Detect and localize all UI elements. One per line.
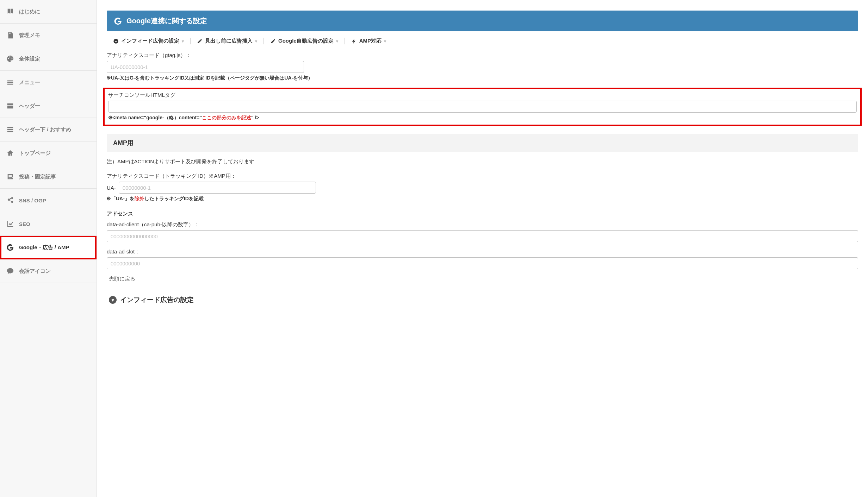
sidebar-label: ヘッダー下 / おすすめ (19, 126, 71, 133)
searchconsole-note: ※<meta name="google-（略）content="ここの部分のみを… (108, 115, 857, 121)
sidebar-item-chat-icon[interactable]: 会話アイコン (0, 259, 97, 283)
header-icon (6, 102, 14, 110)
analytics-code-input[interactable] (107, 61, 304, 73)
chevron-down-icon: ▾ (255, 39, 257, 44)
header-below-icon (6, 126, 14, 133)
ad-slot-input[interactable] (107, 257, 858, 269)
google-icon (6, 244, 14, 251)
pencil-icon (270, 38, 276, 44)
amp-analytics-input[interactable] (119, 182, 316, 194)
sidebar-label: SNS / OGP (19, 197, 46, 203)
chevron-down-icon: ▾ (336, 39, 338, 44)
settings-sidebar: はじめに 管理メモ 全体設定 メニュー ヘッダー ヘッダー下 / おすすめ トッ… (0, 0, 97, 497)
menu-icon (6, 78, 14, 86)
sidebar-label: ヘッダー (19, 103, 40, 109)
analytics-field-group: アナリティクスコード（gtag.js）： ※UA-又はG-を含むトラッキングID… (107, 52, 858, 81)
search-console-input[interactable] (108, 101, 857, 113)
sidebar-item-top[interactable]: トップページ (0, 141, 97, 165)
sidebar-label: 管理メモ (19, 32, 40, 39)
main-content: Google連携に関する設定 インフィード広告の設定 ▾ 見出し前に広告挿入 ▾… (97, 0, 868, 497)
chart-icon (6, 220, 14, 228)
anchor-heading-ad[interactable]: 見出し前に広告挿入 ▾ (190, 38, 264, 44)
circle-down-icon (113, 38, 119, 44)
sidebar-item-google-ad-amp[interactable]: Google・広告 / AMP (0, 236, 97, 259)
sidebar-label: 全体設定 (19, 56, 40, 62)
search-console-highlight: サーチコンソールHTMLタグ ※<meta name="google-（略）co… (103, 88, 862, 126)
sidebar-label: トップページ (19, 150, 51, 157)
ua-prefix: UA- (107, 185, 116, 191)
chevron-down-icon: ▾ (182, 39, 184, 44)
svg-point-0 (113, 39, 118, 43)
share-icon (6, 196, 14, 204)
google-icon (114, 17, 122, 25)
amp-section-heading: AMP用 (107, 134, 858, 152)
analytics-note: ※UA-又はG-を含むトラッキングID又は測定 IDを記載（ページタグが無い場合… (107, 75, 858, 81)
sidebar-item-post[interactable]: 投稿・固定記事 (0, 165, 97, 189)
sidebar-item-menu[interactable]: メニュー (0, 71, 97, 94)
book-icon (6, 8, 14, 15)
sidebar-item-memo[interactable]: 管理メモ (0, 24, 97, 47)
post-icon (6, 173, 14, 181)
sidebar-label: SEO (19, 221, 30, 227)
home-icon (6, 149, 14, 157)
pencil-icon (197, 38, 203, 44)
amp-notice: 注）AMPはACTIONよりサポート及び開発を終了しております (107, 158, 858, 165)
ad-client-input[interactable] (107, 230, 858, 242)
anchor-amp[interactable]: AMP対応 ▾ (345, 38, 392, 44)
circle-down-icon: ▾ (109, 296, 117, 304)
sidebar-label: 会話アイコン (19, 268, 51, 275)
anchor-auto-ad[interactable]: Google自動広告の設定 ▾ (264, 38, 345, 44)
palette-icon (6, 55, 14, 63)
sidebar-item-sns[interactable]: SNS / OGP (0, 189, 97, 212)
document-icon (6, 31, 14, 39)
sidebar-item-seo[interactable]: SEO (0, 212, 97, 236)
adsense-heading: アドセンス (107, 210, 858, 217)
searchconsole-label: サーチコンソールHTMLタグ (108, 92, 857, 99)
sidebar-label: メニュー (19, 79, 40, 86)
chat-icon (6, 267, 14, 275)
sidebar-label: 投稿・固定記事 (19, 174, 56, 180)
infeed-banner: ▾ インフィード広告の設定 (107, 290, 858, 305)
ad-client-label: data-ad-client（ca-pub-以降の数字）： (107, 221, 858, 228)
amp-analytics-label: アナリティクスコード（トラッキング ID）※AMP用： (107, 173, 858, 180)
back-to-top-link[interactable]: 先頭に戻る (109, 276, 135, 282)
anchor-links: インフィード広告の設定 ▾ 見出し前に広告挿入 ▾ Google自動広告の設定 … (107, 38, 858, 44)
page-title: Google連携に関する設定 (126, 16, 207, 26)
sidebar-item-header-below[interactable]: ヘッダー下 / おすすめ (0, 118, 97, 141)
chevron-down-icon: ▾ (384, 39, 386, 44)
sidebar-item-global[interactable]: 全体設定 (0, 47, 97, 71)
sidebar-item-intro[interactable]: はじめに (0, 0, 97, 24)
ad-slot-label: data-ad-slot： (107, 249, 858, 255)
sidebar-label: Google・広告 / AMP (19, 244, 69, 251)
amp-note: ※「UA-」を除外したトラッキングIDを記載 (107, 196, 858, 202)
bolt-icon (351, 38, 357, 44)
sidebar-label: はじめに (19, 8, 40, 15)
sidebar-item-header[interactable]: ヘッダー (0, 94, 97, 118)
anchor-infeed[interactable]: インフィード広告の設定 ▾ (107, 38, 190, 44)
analytics-label: アナリティクスコード（gtag.js）： (107, 52, 858, 59)
amp-analytics-row: UA- (107, 182, 858, 194)
page-banner: Google連携に関する設定 (107, 11, 858, 31)
